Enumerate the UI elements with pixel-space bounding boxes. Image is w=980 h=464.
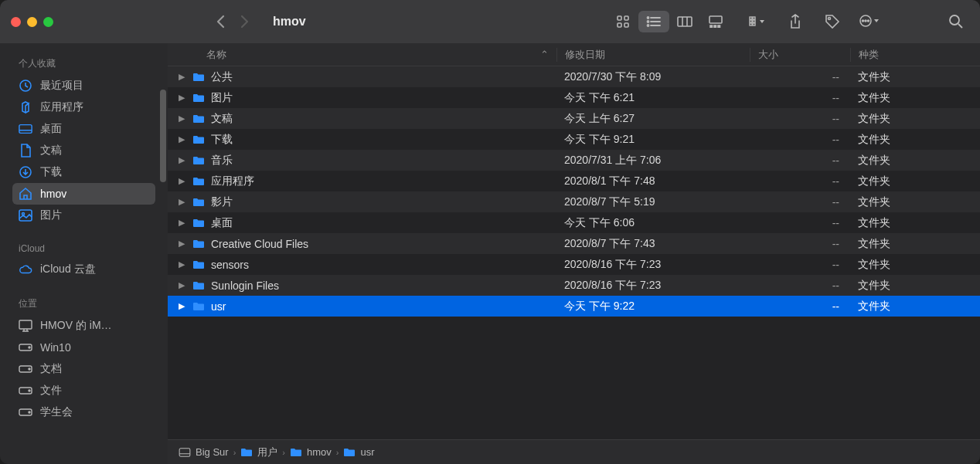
file-kind: 文件夹 xyxy=(850,133,980,147)
sidebar-item[interactable]: 文件 xyxy=(12,380,155,401)
disclosure-triangle-icon[interactable]: ▶ xyxy=(179,93,188,103)
file-row[interactable]: ▶影片2020/8/7 下午 5:19--文件夹 xyxy=(168,191,980,212)
icon-view-button[interactable] xyxy=(607,11,638,32)
file-list[interactable]: ▶公共2020/7/30 下午 8:09--文件夹▶图片今天 下午 6:21--… xyxy=(168,66,980,439)
svg-point-8 xyxy=(648,25,649,26)
file-date: 今天 上午 6:27 xyxy=(556,112,750,126)
svg-rect-45 xyxy=(179,448,190,456)
disclosure-triangle-icon[interactable]: ▶ xyxy=(179,134,188,144)
disclosure-triangle-icon[interactable]: ▶ xyxy=(179,301,188,311)
file-name: 桌面 xyxy=(211,216,233,230)
list-view-button[interactable] xyxy=(638,11,669,32)
search-button[interactable] xyxy=(943,11,969,32)
file-row[interactable]: ▶Creative Cloud Files2020/8/7 下午 7:43--文… xyxy=(168,233,980,254)
svg-point-28 xyxy=(950,15,959,25)
minimize-window-button[interactable] xyxy=(27,17,37,27)
disclosure-triangle-icon[interactable]: ▶ xyxy=(179,72,188,82)
title-bar: hmov xyxy=(0,0,980,43)
path-item[interactable]: 用户 xyxy=(240,445,277,459)
file-row[interactable]: ▶Sunlogin Files2020/8/16 下午 7:23--文件夹 xyxy=(168,275,980,296)
folder-icon xyxy=(290,446,302,459)
svg-rect-18 xyxy=(753,17,755,19)
sidebar-item[interactable]: 最近项目 xyxy=(12,75,155,97)
disclosure-triangle-icon[interactable]: ▶ xyxy=(179,259,188,269)
file-row[interactable]: ▶图片今天 下午 6:21--文件夹 xyxy=(168,87,980,108)
disclosure-triangle-icon[interactable]: ▶ xyxy=(179,280,188,290)
sidebar-scrollbar[interactable] xyxy=(160,90,166,182)
sidebar-item[interactable]: iCloud 云盘 xyxy=(12,259,155,280)
file-size: -- xyxy=(750,279,850,292)
actions-button[interactable] xyxy=(856,11,883,32)
disclosure-triangle-icon[interactable]: ▶ xyxy=(179,218,188,228)
file-row[interactable]: ▶usr今天 下午 9:22--文件夹 xyxy=(168,296,980,317)
file-name: 应用程序 xyxy=(211,174,254,188)
sidebar: 个人收藏最近项目应用程序桌面文稿下载hmov图片iCloudiCloud 云盘位… xyxy=(0,43,168,464)
disclosure-triangle-icon[interactable]: ▶ xyxy=(179,197,188,207)
file-size: -- xyxy=(750,71,850,83)
file-date: 2020/8/1 下午 7:48 xyxy=(556,174,750,188)
disclosure-triangle-icon[interactable]: ▶ xyxy=(179,155,188,165)
share-button[interactable] xyxy=(782,11,808,32)
file-row[interactable]: ▶公共2020/7/30 下午 8:09--文件夹 xyxy=(168,66,980,87)
disk-icon xyxy=(19,405,32,419)
file-row[interactable]: ▶sensors2020/8/16 下午 7:23--文件夹 xyxy=(168,254,980,275)
path-separator-icon: › xyxy=(282,448,285,457)
column-name[interactable]: 名称⌃ xyxy=(168,48,556,62)
file-row[interactable]: ▶桌面今天 下午 6:06--文件夹 xyxy=(168,212,980,233)
sidebar-item[interactable]: 桌面 xyxy=(12,118,155,140)
disclosure-triangle-icon[interactable]: ▶ xyxy=(179,239,188,249)
sidebar-item-label: 桌面 xyxy=(40,122,62,136)
path-label: Big Sur xyxy=(196,446,229,458)
sidebar-item[interactable]: 图片 xyxy=(12,205,155,226)
file-size: -- xyxy=(750,92,850,104)
file-name: Creative Cloud Files xyxy=(211,238,308,250)
sidebar-item[interactable]: HMOV 的 iM… xyxy=(12,315,155,337)
svg-point-26 xyxy=(863,20,864,22)
file-kind: 文件夹 xyxy=(850,279,980,293)
path-item[interactable]: Big Sur xyxy=(179,446,229,459)
file-size: -- xyxy=(750,134,850,146)
svg-rect-17 xyxy=(750,17,752,19)
file-kind: 文件夹 xyxy=(850,195,980,209)
sidebar-item[interactable]: 下载 xyxy=(12,161,155,183)
svg-point-42 xyxy=(29,390,30,391)
path-item[interactable]: hmov xyxy=(290,446,332,459)
sidebar-item[interactable]: Win10 xyxy=(12,337,155,358)
file-kind: 文件夹 xyxy=(850,300,980,313)
disclosure-triangle-icon[interactable]: ▶ xyxy=(179,176,188,186)
svg-line-29 xyxy=(958,24,962,28)
file-date: 2020/8/7 下午 7:43 xyxy=(556,237,750,251)
svg-point-38 xyxy=(29,347,30,348)
disclosure-triangle-icon[interactable]: ▶ xyxy=(179,113,188,124)
column-size[interactable]: 大小 xyxy=(750,48,850,62)
maximize-window-button[interactable] xyxy=(43,17,53,27)
file-size: -- xyxy=(750,259,850,271)
file-row[interactable]: ▶应用程序2020/8/1 下午 7:48--文件夹 xyxy=(168,171,980,191)
back-button[interactable] xyxy=(216,15,225,29)
file-name: sensors xyxy=(211,259,249,271)
path-bar: Big Sur›用户›hmov›usr xyxy=(168,439,980,464)
sidebar-item[interactable]: 学生会 xyxy=(12,401,155,423)
close-window-button[interactable] xyxy=(11,17,21,27)
file-kind: 文件夹 xyxy=(850,112,980,126)
column-date[interactable]: 修改日期 xyxy=(556,48,750,62)
sidebar-item[interactable]: 应用程序 xyxy=(12,97,155,118)
path-item[interactable]: usr xyxy=(343,446,374,459)
file-row[interactable]: ▶下载今天 下午 9:21--文件夹 xyxy=(168,129,980,150)
group-by-button[interactable] xyxy=(745,11,771,32)
forward-button[interactable] xyxy=(240,15,250,29)
sidebar-item[interactable]: 文稿 xyxy=(12,140,155,161)
gallery-view-button[interactable] xyxy=(700,11,731,32)
sidebar-item[interactable]: hmov xyxy=(12,183,155,205)
tag-button[interactable] xyxy=(819,11,846,32)
svg-rect-36 xyxy=(19,320,32,329)
file-date: 今天 下午 9:22 xyxy=(556,300,750,313)
file-size: -- xyxy=(750,113,850,125)
file-row[interactable]: ▶音乐2020/7/31 上午 7:06--文件夹 xyxy=(168,150,980,171)
sidebar-item[interactable]: 文档 xyxy=(12,358,155,380)
column-view-button[interactable] xyxy=(669,11,700,32)
svg-rect-19 xyxy=(750,20,752,22)
column-kind[interactable]: 种类 xyxy=(850,48,980,62)
file-row[interactable]: ▶文稿今天 上午 6:27--文件夹 xyxy=(168,108,980,129)
svg-rect-1 xyxy=(624,16,628,20)
